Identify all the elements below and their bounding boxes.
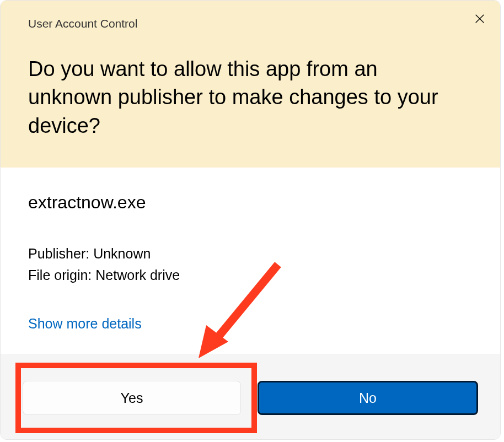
prompt-text: Do you want to allow this app from an un…: [28, 55, 473, 140]
dialog-footer: Yes No: [1, 354, 500, 440]
publisher-line: Publisher: Unknown: [28, 243, 473, 265]
show-more-details-link[interactable]: Show more details: [28, 316, 142, 332]
origin-label: File origin:: [28, 267, 92, 283]
dialog-body: extractnow.exe Publisher: Unknown File o…: [1, 168, 500, 354]
app-name: extractnow.exe: [28, 192, 473, 213]
no-button[interactable]: No: [258, 381, 478, 415]
publisher-value: Unknown: [93, 246, 151, 261]
origin-line: File origin: Network drive: [28, 265, 473, 286]
close-button[interactable]: [471, 12, 488, 28]
no-button-label: No: [359, 390, 377, 406]
dialog-header: User Account Control Do you want to allo…: [1, 1, 500, 168]
yes-button[interactable]: Yes: [23, 381, 241, 415]
close-icon: [474, 13, 486, 27]
window-title: User Account Control: [28, 17, 473, 30]
publisher-label: Publisher:: [28, 246, 89, 261]
uac-dialog: User Account Control Do you want to allo…: [0, 0, 501, 440]
yes-button-label: Yes: [121, 390, 143, 406]
origin-value: Network drive: [95, 267, 180, 283]
